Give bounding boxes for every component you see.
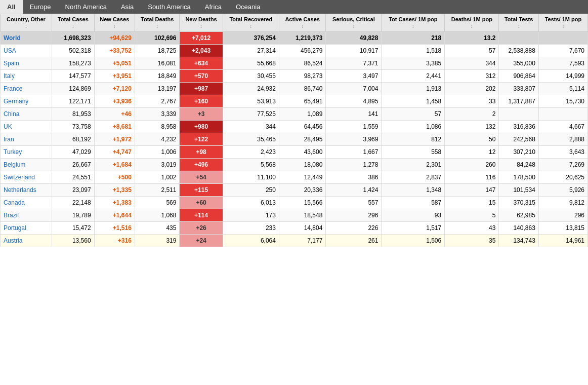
country-cell[interactable]: Netherlands	[1, 184, 52, 197]
nav-tab-oceania[interactable]: Oceania	[229, 0, 267, 14]
country-cell[interactable]: Iran	[1, 133, 52, 146]
deaths-1m: 5	[445, 209, 499, 222]
tests-1m: 5,114	[538, 83, 587, 95]
deaths-1m: 13.2	[445, 32, 499, 45]
tot-cases-1m: 3,385	[382, 57, 445, 70]
tests-1m: 15,730	[538, 95, 587, 108]
new-cases: +500	[94, 171, 135, 184]
active-cases: 20,336	[279, 184, 325, 197]
total-cases: 1,698,323	[52, 32, 95, 45]
nav-tab-south-america[interactable]: South America	[141, 0, 198, 14]
country-cell[interactable]: Germany	[1, 95, 52, 108]
tot-cases-1m: 587	[382, 197, 445, 209]
col-header-total-recovered[interactable]: Total Recovered↕	[223, 14, 279, 32]
total-tests: 333,807	[499, 83, 538, 95]
tot-cases-1m: 93	[382, 209, 445, 222]
tot-cases-1m: 812	[382, 133, 445, 146]
table-row: Switzerland 24,551 +500 1,002 +54 11,100…	[1, 171, 588, 184]
new-cases: +33,752	[94, 45, 135, 57]
tot-cases-1m: 1,506	[382, 235, 445, 247]
total-recovered: 11,100	[223, 171, 279, 184]
table-row: UK 73,758 +8,681 8,958 +980 344 64,456 1…	[1, 121, 588, 133]
new-cases: +1,516	[94, 222, 135, 235]
total-recovered: 2,423	[223, 146, 279, 159]
country-cell[interactable]: Canada	[1, 197, 52, 209]
total-tests: 140,863	[499, 222, 538, 235]
table-row: Portugal 15,472 +1,516 435 +26 233 14,80…	[1, 222, 588, 235]
total-cases: 19,789	[52, 209, 95, 222]
total-tests: 178,500	[499, 171, 538, 184]
total-recovered: 30,455	[223, 70, 279, 83]
col-header-tests-1m-pop[interactable]: Tests/ 1M pop↕	[538, 14, 587, 32]
nav-tab-north-america[interactable]: North America	[58, 0, 114, 14]
serious-critical: 1,424	[326, 184, 382, 197]
country-cell[interactable]: Austria	[1, 235, 52, 247]
tot-cases-1m: 1,086	[382, 121, 445, 133]
col-header-country-other[interactable]: Country, Other↕	[1, 14, 52, 32]
new-cases: +46	[94, 108, 135, 121]
table-row: Belgium 26,667 +1,684 3,019 +496 5,568 1…	[1, 159, 588, 171]
new-cases: +7,120	[94, 83, 135, 95]
total-deaths: 4,232	[135, 133, 180, 146]
total-recovered: 6,013	[223, 197, 279, 209]
total-recovered: 5,568	[223, 159, 279, 171]
col-header-serious-critical[interactable]: Serious, Critical↕	[326, 14, 382, 32]
total-tests: 62,985	[499, 209, 538, 222]
country-cell[interactable]: UK	[1, 121, 52, 133]
col-header-new-cases[interactable]: New Cases↕	[94, 14, 135, 32]
total-cases: 15,472	[52, 222, 95, 235]
total-cases: 73,758	[52, 121, 95, 133]
nav-tab-africa[interactable]: Africa	[198, 0, 229, 14]
country-cell: World	[1, 32, 52, 45]
col-header-new-deaths[interactable]: New Deaths↕	[180, 14, 223, 32]
country-cell[interactable]: Switzerland	[1, 171, 52, 184]
active-cases: 65,491	[279, 95, 325, 108]
nav-tab-asia[interactable]: Asia	[114, 0, 141, 14]
nav-tab-europe[interactable]: Europe	[23, 0, 58, 14]
country-cell[interactable]: China	[1, 108, 52, 121]
deaths-1m: 260	[445, 159, 499, 171]
total-tests: 134,743	[499, 235, 538, 247]
serious-critical: 3,969	[326, 133, 382, 146]
country-cell[interactable]: Turkey	[1, 146, 52, 159]
total-tests: 906,864	[499, 70, 538, 83]
total-recovered: 376,254	[223, 32, 279, 45]
total-cases: 158,273	[52, 57, 95, 70]
serious-critical: 4,895	[326, 95, 382, 108]
col-header-deaths-1m-pop[interactable]: Deaths/ 1M pop↕	[445, 14, 499, 32]
deaths-1m: 57	[445, 45, 499, 57]
new-cases: +316	[94, 235, 135, 247]
tests-1m: 5,926	[538, 184, 587, 197]
new-deaths: +114	[180, 209, 223, 222]
active-cases: 28,495	[279, 133, 325, 146]
col-header-total-tests[interactable]: Total Tests↕	[499, 14, 538, 32]
col-header-total-deaths[interactable]: Total Deaths↕	[135, 14, 180, 32]
table-row: Spain 158,273 +5,051 16,081 +634 55,668 …	[1, 57, 588, 70]
country-cell[interactable]: Spain	[1, 57, 52, 70]
deaths-1m: 12	[445, 146, 499, 159]
nav-tab-all[interactable]: All	[0, 0, 23, 14]
active-cases: 86,740	[279, 83, 325, 95]
country-cell[interactable]: Brazil	[1, 209, 52, 222]
total-recovered: 250	[223, 184, 279, 197]
tests-1m	[538, 32, 587, 45]
country-cell[interactable]: Italy	[1, 70, 52, 83]
col-header-active-cases[interactable]: Active Cases↕	[279, 14, 325, 32]
country-cell[interactable]: USA	[1, 45, 52, 57]
col-header-tot-cases-1m-pop[interactable]: Tot Cases/ 1M pop↕	[382, 14, 445, 32]
total-cases: 122,171	[52, 95, 95, 108]
serious-critical: 261	[326, 235, 382, 247]
tests-1m: 3,643	[538, 146, 587, 159]
serious-critical: 1,559	[326, 121, 382, 133]
active-cases: 456,279	[279, 45, 325, 57]
country-cell[interactable]: France	[1, 83, 52, 95]
country-cell[interactable]: Portugal	[1, 222, 52, 235]
col-header-total-cases[interactable]: Total Cases↓	[52, 14, 95, 32]
new-deaths: +570	[180, 70, 223, 83]
table-row: Brazil 19,789 +1,644 1,068 +114 173 18,5…	[1, 209, 588, 222]
total-recovered: 173	[223, 209, 279, 222]
total-tests	[499, 32, 538, 45]
active-cases: 18,548	[279, 209, 325, 222]
country-cell[interactable]: Belgium	[1, 159, 52, 171]
new-deaths: +3	[180, 108, 223, 121]
